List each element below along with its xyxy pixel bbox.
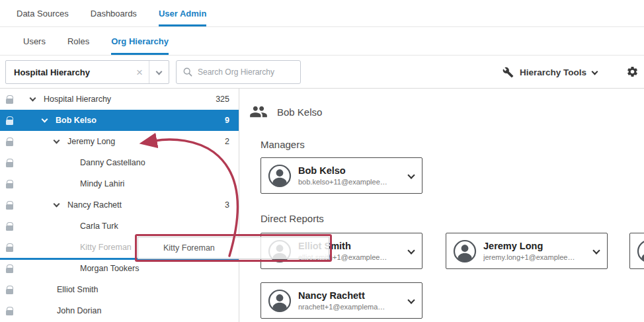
gear-icon[interactable] xyxy=(626,65,639,78)
tree-row-label: Carla Turk xyxy=(80,221,118,231)
tree-row-nancy-rachett[interactable]: Nancy Rachett 3 xyxy=(0,194,239,216)
chevron-down-icon[interactable] xyxy=(149,66,169,78)
lock-icon[interactable] xyxy=(0,279,19,300)
tree-row-mindy-lahiri[interactable]: Mindy Lahiri xyxy=(0,173,239,194)
nav-label: User Admin xyxy=(159,9,206,19)
user-detail-panel: Bob Kelso Managers Bob Kelso bob.kelso+1… xyxy=(239,89,644,322)
tab-label: Org Hierarchy xyxy=(111,36,169,46)
avatar xyxy=(453,239,477,263)
card-name: Nancy Rachett xyxy=(298,290,406,301)
chevron-down-icon[interactable] xyxy=(409,170,414,182)
tree-row-count: 325 xyxy=(216,95,239,104)
direct-report-card-nancy-rachett[interactable]: Nancy Rachett nrachett+1@examplema… xyxy=(261,282,423,319)
tree-row-label: Mindy Lahiri xyxy=(80,179,124,188)
drag-ghost-label: Kitty Foreman xyxy=(163,243,215,253)
avatar xyxy=(268,289,292,313)
toolbar: Hospital Hierarchy × Hierarchy Tools xyxy=(0,56,644,89)
main-content: Hospital Hierarchy 325 Bob Kelso 9 Jerem… xyxy=(0,89,644,322)
tree-row-hospital-hierarchy[interactable]: Hospital Hierarchy 325 xyxy=(0,89,239,110)
lock-icon[interactable] xyxy=(0,89,19,110)
direct-report-card-partial[interactable] xyxy=(629,233,644,269)
lock-icon[interactable] xyxy=(0,173,19,194)
chevron-down-icon[interactable] xyxy=(409,245,414,257)
search-icon xyxy=(183,67,192,77)
nav-item-data-sources[interactable]: Data Sources xyxy=(17,0,69,26)
card-email: jeremy.long+1@examplee… xyxy=(483,253,591,261)
nav-label: Data Sources xyxy=(17,9,69,19)
nav-label: Dashboards xyxy=(91,9,137,19)
tab-roles[interactable]: Roles xyxy=(67,27,89,55)
hierarchy-tools-button[interactable]: Hierarchy Tools xyxy=(503,56,597,89)
chevron-down-icon[interactable] xyxy=(594,245,599,257)
tab-org-hierarchy[interactable]: Org Hierarchy xyxy=(111,27,169,55)
tree-row-label: Hospital Hierarchy xyxy=(44,95,111,104)
detail-header: Bob Kelso xyxy=(249,102,322,121)
avatar xyxy=(637,239,644,263)
nav-item-user-admin[interactable]: User Admin xyxy=(159,0,206,26)
hierarchy-selector[interactable]: Hospital Hierarchy × xyxy=(5,60,169,84)
avatar xyxy=(268,164,292,188)
wrench-icon xyxy=(503,67,514,78)
lock-icon[interactable] xyxy=(0,194,19,216)
card-email: nrachett+1@examplema… xyxy=(298,303,406,311)
drag-ghost[interactable]: Kitty Foreman xyxy=(138,237,329,259)
card-name: Jeremy Long xyxy=(483,241,591,251)
tree-row-danny-castellano[interactable]: Danny Castellano xyxy=(0,152,239,173)
tree-row-label: Morgan Tookers xyxy=(80,264,139,273)
lock-icon[interactable] xyxy=(0,131,19,152)
tree-row-label: Danny Castellano xyxy=(80,158,145,167)
hierarchy-tools-label: Hierarchy Tools xyxy=(520,67,586,77)
search-input[interactable] xyxy=(198,67,300,77)
chevron-down-icon xyxy=(592,66,597,78)
chevron-down-icon[interactable] xyxy=(30,95,44,104)
tree-row-label: Elliot Smith xyxy=(57,285,99,294)
chevron-down-icon[interactable] xyxy=(42,116,56,125)
tree-row-elliot-smith[interactable]: Elliot Smith xyxy=(0,279,239,300)
tree-row-bob-kelso[interactable]: Bob Kelso 9 xyxy=(0,110,239,131)
tree-row-jeremy-long[interactable]: Jeremy Long 2 xyxy=(0,131,239,152)
clear-icon[interactable]: × xyxy=(130,67,149,78)
direct-report-card-jeremy-long[interactable]: Jeremy Long jeremy.long+1@examplee… xyxy=(446,233,608,269)
lock-icon[interactable] xyxy=(0,300,19,321)
tree-row-carla-turk[interactable]: Carla Turk xyxy=(0,216,239,237)
tree-row-label: Bob Kelso xyxy=(56,116,97,125)
top-nav: Data Sources Dashboards User Admin xyxy=(0,0,644,27)
direct-reports-heading: Direct Reports xyxy=(261,213,324,224)
tree-row-morgan-tookers[interactable]: Morgan Tookers xyxy=(0,258,239,279)
people-icon xyxy=(249,102,268,121)
tree-row-john-dorian[interactable]: John Dorian xyxy=(0,300,239,321)
tab-label: Roles xyxy=(67,36,89,46)
chevron-down-icon[interactable] xyxy=(54,137,67,146)
tree-row-count: 9 xyxy=(225,116,239,125)
lock-icon[interactable] xyxy=(0,237,19,258)
card-email: bob.kelso+11@examplee… xyxy=(298,178,406,186)
detail-title: Bob Kelso xyxy=(277,106,322,118)
nav-item-dashboards[interactable]: Dashboards xyxy=(91,0,137,26)
lock-icon[interactable] xyxy=(0,152,19,173)
tab-users[interactable]: Users xyxy=(23,27,46,55)
tree-row-count: 2 xyxy=(225,137,239,146)
tree-row-label: John Dorian xyxy=(57,306,101,315)
tree-row-label: Jeremy Long xyxy=(67,137,115,146)
tree-row-count: 3 xyxy=(225,200,239,210)
sub-nav: Users Roles Org Hierarchy xyxy=(0,27,644,56)
tab-label: Users xyxy=(23,36,46,46)
chevron-down-icon[interactable] xyxy=(409,295,414,307)
org-search-box xyxy=(176,60,301,84)
managers-heading: Managers xyxy=(261,139,305,150)
chevron-down-icon[interactable] xyxy=(54,200,67,210)
hierarchy-selector-value: Hospital Hierarchy xyxy=(6,67,130,77)
manager-card[interactable]: Bob Kelso bob.kelso+11@examplee… xyxy=(261,157,423,194)
lock-icon[interactable] xyxy=(0,258,19,279)
org-tree-panel: Hospital Hierarchy 325 Bob Kelso 9 Jerem… xyxy=(0,89,239,322)
lock-icon[interactable] xyxy=(0,110,19,131)
lock-icon[interactable] xyxy=(0,216,19,237)
tree-row-label: Kitty Foreman xyxy=(80,243,132,252)
tree-row-label: Nancy Rachett xyxy=(67,200,122,210)
card-name: Bob Kelso xyxy=(298,165,406,176)
